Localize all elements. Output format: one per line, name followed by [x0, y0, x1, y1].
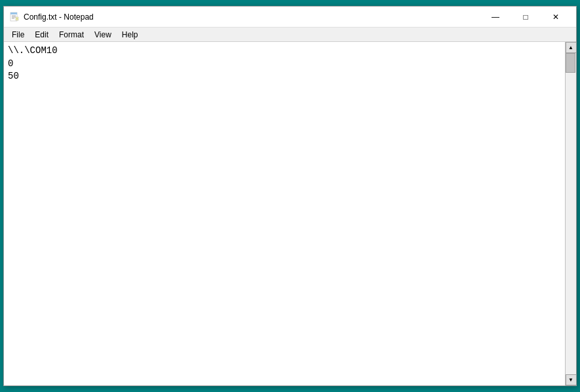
- menu-format[interactable]: Format: [54, 29, 89, 41]
- menu-edit[interactable]: Edit: [29, 29, 54, 41]
- maximize-button[interactable]: □: [511, 7, 541, 28]
- close-button[interactable]: ✕: [541, 7, 571, 28]
- text-editor[interactable]: \\.\COM10 0 50: [4, 42, 565, 385]
- editor-area: \\.\COM10 0 50 ▲ ▼: [4, 42, 576, 385]
- scroll-track[interactable]: [566, 53, 576, 374]
- app-icon: [9, 12, 20, 22]
- menu-help[interactable]: Help: [117, 29, 144, 41]
- scroll-thumb[interactable]: [566, 53, 575, 73]
- svg-rect-5: [16, 17, 18, 20]
- menu-file[interactable]: File: [7, 29, 29, 41]
- scroll-up-button[interactable]: ▲: [566, 42, 577, 53]
- title-bar: Config.txt - Notepad — □ ✕: [4, 7, 576, 28]
- minimize-button[interactable]: —: [480, 7, 511, 28]
- vertical-scrollbar: ▲ ▼: [565, 42, 576, 385]
- menu-bar: File Edit Format View Help: [4, 28, 576, 42]
- svg-rect-1: [10, 12, 17, 14]
- window-title: Config.txt - Notepad: [24, 12, 94, 22]
- window-controls: — □ ✕: [480, 7, 571, 28]
- title-bar-left: Config.txt - Notepad: [9, 12, 94, 22]
- menu-view[interactable]: View: [89, 29, 117, 41]
- scroll-down-button[interactable]: ▼: [566, 374, 577, 385]
- notepad-window: Config.txt - Notepad — □ ✕ File Edit For…: [3, 6, 577, 386]
